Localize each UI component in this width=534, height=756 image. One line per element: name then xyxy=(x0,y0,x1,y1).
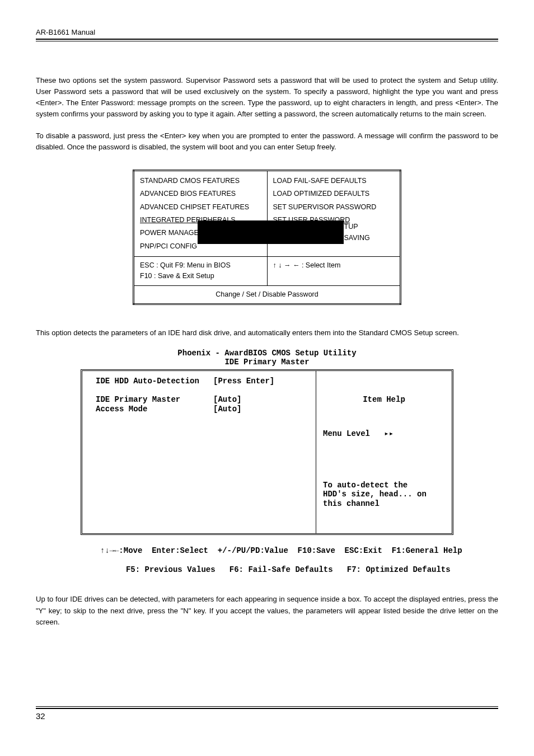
menu-item: LOAD FAIL-SAFE DEFAULTS xyxy=(273,175,395,187)
menu-item: LOAD OPTIMIZED DEFAULTS xyxy=(273,187,395,200)
award-bios-footer: ↑↓→←:Move Enter:Select +/-/PU/PD:Value F… xyxy=(71,537,463,584)
menu-item-partial: SAVING xyxy=(344,233,370,243)
page-footer: 32 xyxy=(36,706,498,721)
redaction-bar xyxy=(198,220,276,244)
keys-line: ↑ ↓ → ← : Select Item xyxy=(273,261,341,269)
award-title-line2: IDE Primary Master xyxy=(224,358,309,367)
menu-item: STANDARD CMOS FEATURES xyxy=(140,175,261,187)
page-number: 32 xyxy=(36,711,498,721)
bios-menu-footer: Change / Set / Disable Password xyxy=(134,285,401,304)
menu-item-partial: TUP xyxy=(344,222,358,232)
page-header: AR-B1661 Manual xyxy=(36,28,498,36)
paragraph-3: This option detects the parameters of an… xyxy=(36,327,498,339)
bios-keys-left: ESC : Quit F9: Menu in BIOS F10 : Save &… xyxy=(134,257,268,286)
manual-title: AR-B1661 Manual xyxy=(36,28,95,36)
menu-item: SET SUPERVISOR PASSWORD xyxy=(273,201,395,214)
footer-rule-thick xyxy=(36,708,498,709)
award-footer-line1: ↑↓→←:Move Enter:Select +/-/PU/PD:Value F… xyxy=(100,546,462,555)
menu-item: ADVANCED BIOS FEATURES xyxy=(140,187,261,200)
header-rule-thick xyxy=(36,39,498,40)
award-help-title: Item Help xyxy=(323,395,445,405)
document-page: AR-B1661 Manual These two options set th… xyxy=(0,0,534,743)
paragraph-1: These two options set the system passwor… xyxy=(36,75,498,120)
header-rule-thin xyxy=(36,41,498,41)
paragraph-4: Up to four IDE drives can be detected, w… xyxy=(36,594,498,627)
paragraph-2: To disable a password, just press the <E… xyxy=(36,130,498,153)
bios-main-menu: STANDARD CMOS FEATURES ADVANCED BIOS FEA… xyxy=(133,170,401,305)
spacer xyxy=(323,457,445,462)
body-text: These two options set the system passwor… xyxy=(36,75,498,628)
award-bios-title: Phoenix - AwardBIOS CMOS Setup Utility I… xyxy=(36,349,498,367)
bios-menu-right-cell: LOAD FAIL-SAFE DEFAULTS LOAD OPTIMIZED D… xyxy=(267,170,401,256)
award-footer-line2: F5: Previous Values F6: Fail-Safe Defaul… xyxy=(112,565,451,574)
award-left-pane: IDE HDD Auto-Detection [Press Enter] IDE… xyxy=(82,371,316,533)
bios-keys-right: ↑ ↓ → ← : Select Item xyxy=(267,257,401,286)
award-help-body: To auto-detect the HDD's size, head... o… xyxy=(323,481,445,509)
footer-rule-thin xyxy=(36,706,498,707)
keys-line: ESC : Quit F9: Menu in BIOS xyxy=(140,261,231,269)
redaction-bar xyxy=(265,220,344,244)
menu-item: ADVANCED CHIPSET FEATURES xyxy=(140,201,261,214)
keys-line: F10 : Save & Exit Setup xyxy=(140,272,214,280)
award-bios-box: IDE HDD Auto-Detection [Press Enter] IDE… xyxy=(81,369,453,535)
award-title-line1: Phoenix - AwardBIOS CMOS Setup Utility xyxy=(177,349,356,358)
bios-menu-left-cell: STANDARD CMOS FEATURES ADVANCED BIOS FEA… xyxy=(134,170,268,256)
award-menu-level: Menu Level ▸▸ xyxy=(323,429,445,439)
award-right-pane: Item Help Menu Level ▸▸ To auto-detect t… xyxy=(316,371,452,533)
